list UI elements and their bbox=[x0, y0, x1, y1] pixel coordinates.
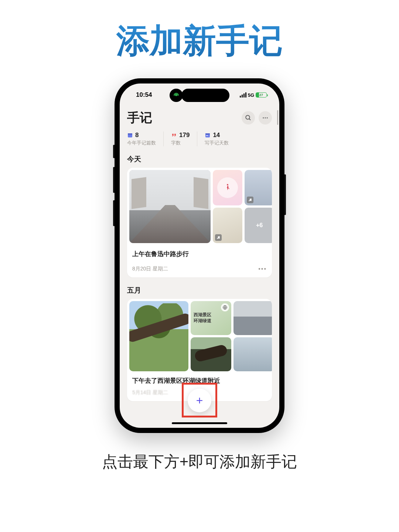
signal-icon bbox=[240, 92, 246, 98]
photo-tile[interactable] bbox=[191, 337, 231, 371]
stats-row: 8 今年手记篇数 179 字数 14 写手记天数 bbox=[127, 132, 272, 146]
stat-label: 字数 bbox=[171, 140, 190, 146]
stat-label: 今年手记篇数 bbox=[127, 140, 156, 146]
location-tile[interactable]: 西湖景区 环湖绿道 bbox=[191, 301, 231, 335]
phone-volume-up bbox=[113, 167, 115, 193]
stat-value: 8 bbox=[135, 132, 139, 139]
journal-card[interactable]: +6 上午在鲁迅中路步行 8月20日 星期二 ••• bbox=[127, 168, 272, 277]
location-text: 西湖景区 环湖绿道 bbox=[194, 312, 228, 324]
svg-point-4 bbox=[265, 117, 266, 119]
stat-days[interactable]: 14 写手记天数 bbox=[197, 132, 236, 146]
photo-tile[interactable] bbox=[233, 337, 272, 371]
activity-tile[interactable] bbox=[213, 170, 242, 205]
tutorial-highlight bbox=[182, 383, 217, 417]
section-today: 今天 bbox=[127, 154, 272, 164]
section-may: 五月 bbox=[127, 286, 272, 295]
scroll-indicator[interactable] bbox=[277, 110, 278, 125]
network-label: 5G bbox=[248, 92, 254, 98]
stat-label: 写手记天数 bbox=[205, 140, 229, 146]
music-badge-icon bbox=[215, 234, 222, 241]
stat-words[interactable]: 179 字数 bbox=[163, 132, 197, 146]
photo-tile[interactable] bbox=[129, 301, 188, 371]
globe-icon bbox=[221, 303, 229, 311]
svg-line-2 bbox=[249, 119, 250, 120]
more-count: +6 bbox=[256, 222, 263, 229]
photo-tile[interactable] bbox=[245, 170, 272, 205]
phone-screen: 10:54 5G 27 手记 bbox=[120, 83, 279, 428]
stat-entries[interactable]: 8 今年手记篇数 bbox=[127, 132, 163, 146]
entry-date: 8月20日 星期二 bbox=[132, 266, 168, 272]
photo-tile[interactable] bbox=[129, 170, 211, 243]
svg-rect-9 bbox=[205, 133, 210, 134]
phone-volume-down bbox=[113, 200, 115, 226]
svg-point-0 bbox=[176, 95, 177, 96]
walking-icon bbox=[223, 183, 232, 192]
app-content[interactable]: 手记 8 今年手记篇数 bbox=[120, 106, 279, 428]
svg-point-3 bbox=[263, 117, 264, 119]
more-photos-tile[interactable]: +6 bbox=[245, 208, 272, 243]
hotspot-indicator-icon[interactable] bbox=[170, 89, 183, 102]
svg-rect-10 bbox=[206, 135, 207, 136]
page-title: 手记 bbox=[127, 109, 152, 126]
status-time: 10:54 bbox=[136, 91, 152, 99]
stat-value: 179 bbox=[179, 132, 190, 139]
dynamic-island[interactable] bbox=[170, 89, 229, 102]
ellipsis-icon bbox=[262, 115, 269, 121]
phone-frame: 10:54 5G 27 手记 bbox=[115, 78, 284, 433]
photo-tile[interactable] bbox=[233, 301, 272, 335]
home-indicator[interactable] bbox=[172, 422, 227, 424]
stat-value: 14 bbox=[213, 132, 220, 139]
tutorial-caption: 点击最下方+即可添加新手记 bbox=[102, 451, 297, 472]
svg-rect-7 bbox=[128, 133, 132, 134]
search-button[interactable] bbox=[242, 111, 255, 125]
more-button[interactable] bbox=[259, 111, 272, 125]
svg-point-12 bbox=[227, 184, 228, 185]
photo-tile[interactable] bbox=[213, 208, 242, 243]
quote-icon bbox=[171, 132, 177, 138]
phone-power-button bbox=[284, 174, 286, 215]
svg-point-5 bbox=[267, 117, 268, 119]
svg-point-1 bbox=[246, 115, 250, 119]
phone-mute-switch bbox=[113, 145, 115, 158]
music-badge-icon bbox=[247, 197, 253, 203]
svg-rect-11 bbox=[207, 135, 208, 136]
search-icon bbox=[245, 115, 252, 121]
tutorial-headline: 添加新手记 bbox=[116, 18, 283, 64]
journal-icon bbox=[127, 132, 133, 138]
calendar-icon bbox=[205, 132, 211, 138]
entry-more-button[interactable]: ••• bbox=[258, 266, 267, 272]
battery-icon: 27 bbox=[256, 92, 267, 98]
entry-title: 上午在鲁迅中路步行 bbox=[132, 250, 267, 258]
